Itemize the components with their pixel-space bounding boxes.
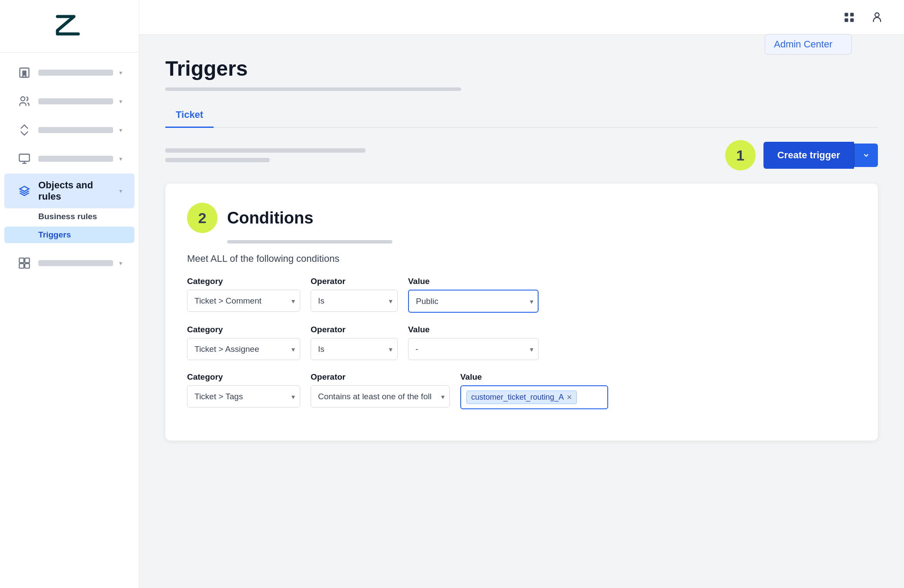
- tag-chip-close-button[interactable]: ✕: [566, 393, 572, 401]
- sidebar-label-bar: [38, 70, 113, 76]
- value-select-1[interactable]: Public: [408, 290, 539, 313]
- condition-group-category-2: Category Ticket > Assignee: [187, 325, 300, 360]
- category-select-wrapper-2: Ticket > Assignee: [187, 338, 300, 360]
- operator-select-wrapper-2: Is: [311, 338, 398, 360]
- svg-rect-3: [19, 258, 24, 263]
- logo-area: [0, 0, 139, 53]
- chevron-down-icon: ▾: [119, 69, 122, 76]
- tab-ticket[interactable]: Ticket: [165, 103, 214, 128]
- admin-center-link[interactable]: Admin Center: [774, 39, 833, 50]
- sidebar-nav: ▾ ▾ ▾ ▾: [0, 53, 139, 588]
- sidebar-item-label-objects-rules: Objects and rules: [38, 180, 110, 202]
- sidebar-item-people[interactable]: ▾: [4, 87, 134, 115]
- value-select-2[interactable]: -: [408, 338, 539, 360]
- toolbar-bar-2: [165, 158, 270, 162]
- routing-icon: [17, 122, 32, 138]
- category-label-3: Category: [187, 372, 300, 382]
- condition-group-operator-1: Operator Is: [311, 277, 398, 312]
- people-icon: [17, 94, 32, 109]
- sidebar-item-routing[interactable]: ▾: [4, 116, 134, 144]
- sidebar-item-triggers[interactable]: Triggers: [4, 227, 134, 243]
- category-select-3[interactable]: Ticket > Tags: [187, 385, 300, 408]
- category-select-2[interactable]: Ticket > Assignee: [187, 338, 300, 360]
- toolbar-right-area: 1 Create trigger: [725, 140, 878, 170]
- category-select-wrapper-1: Ticket > Comment: [187, 290, 300, 312]
- operator-select-2[interactable]: Is: [311, 338, 398, 360]
- tag-input-container[interactable]: customer_ticket_routing_A ✕: [460, 385, 608, 409]
- tag-chip-1: customer_ticket_routing_A ✕: [466, 391, 577, 404]
- condition-group-value-3: Value customer_ticket_routing_A ✕: [460, 372, 608, 409]
- condition-group-category-3: Category Ticket > Tags: [187, 372, 300, 408]
- meet-all-text: Meet ALL of the following conditions: [187, 253, 856, 264]
- category-label-1: Category: [187, 277, 300, 286]
- admin-center-dropdown: Admin Center: [765, 34, 852, 55]
- category-select-1[interactable]: Ticket > Comment: [187, 290, 300, 312]
- sidebar-item-building[interactable]: ▾: [4, 59, 134, 87]
- chevron-down-icon-3: ▾: [119, 127, 122, 134]
- condition-row-3: Category Ticket > Tags Operator Contains…: [187, 372, 856, 409]
- tabs: Ticket: [165, 103, 878, 128]
- topbar-icons: [840, 8, 887, 27]
- svg-rect-8: [850, 13, 854, 16]
- category-select-wrapper-3: Ticket > Tags: [187, 385, 300, 408]
- chevron-down-icon-6: ▾: [119, 260, 122, 267]
- zendesk-logo: [52, 12, 87, 38]
- value-label-1: Value: [408, 277, 539, 286]
- operator-label-3: Operator: [311, 372, 450, 382]
- step-badge-1: 1: [725, 140, 756, 170]
- chevron-down-icon-5: ▾: [119, 187, 122, 194]
- value-select-wrapper-2: -: [408, 338, 539, 360]
- sidebar: ▾ ▾ ▾ ▾: [0, 0, 139, 588]
- step-badge-2: 2: [187, 203, 218, 233]
- subnav-business-rules: Business rules Triggers: [0, 209, 139, 248]
- condition-group-category-1: Category Ticket > Comment: [187, 277, 300, 312]
- objects-rules-label-area: Objects and rules ▾: [38, 180, 122, 202]
- sidebar-label-bar-3: [38, 127, 113, 133]
- page-title: Triggers: [165, 57, 878, 80]
- toolbar-bar-1: [165, 148, 365, 153]
- building-icon: [17, 65, 32, 80]
- sidebar-item-apps[interactable]: ▾: [4, 249, 134, 277]
- apps-icon: [17, 255, 32, 271]
- svg-rect-5: [19, 264, 24, 268]
- sidebar-item-objects-and-rules[interactable]: Objects and rules ▾: [4, 174, 134, 208]
- condition-row-1: Category Ticket > Comment Operator Is: [187, 277, 856, 313]
- operator-select-3[interactable]: Contains at least one of the following: [311, 385, 450, 408]
- create-trigger-button[interactable]: Create trigger: [763, 142, 854, 169]
- svg-rect-4: [25, 258, 29, 263]
- chevron-down-icon-4: ▾: [119, 155, 122, 162]
- svg-rect-9: [845, 18, 848, 22]
- title-bar: [165, 87, 461, 91]
- sidebar-label-bar-5: [38, 260, 113, 266]
- toolbar: 1 Create trigger: [165, 140, 878, 170]
- subnav-group-label: Business rules: [4, 209, 134, 226]
- chevron-down-icon-2: ▾: [119, 98, 122, 105]
- section-bar: [227, 240, 392, 244]
- user-avatar-button[interactable]: [867, 8, 887, 27]
- main-content: Admin Center Triggers Ticket 1 Create tr…: [139, 0, 904, 588]
- create-trigger-chevron-button[interactable]: [854, 144, 878, 167]
- svg-point-1: [21, 97, 25, 101]
- svg-rect-2: [19, 154, 29, 161]
- tag-chip-text: customer_ticket_routing_A: [471, 393, 564, 402]
- operator-select-wrapper-1: Is: [311, 290, 398, 312]
- topbar: Admin Center: [139, 0, 904, 35]
- operator-label-2: Operator: [311, 325, 398, 334]
- workspaces-icon: [17, 151, 32, 167]
- sidebar-label-bar-2: [38, 98, 113, 104]
- conditions-title: Conditions: [227, 209, 313, 227]
- condition-group-operator-2: Operator Is: [311, 325, 398, 360]
- condition-row-2: Category Ticket > Assignee Operator Is: [187, 325, 856, 360]
- sidebar-item-workspaces[interactable]: ▾: [4, 145, 134, 173]
- create-trigger-group: Create trigger: [763, 142, 878, 169]
- operator-select-1[interactable]: Is: [311, 290, 398, 312]
- grid-icon-button[interactable]: [840, 8, 859, 27]
- operator-label-1: Operator: [311, 277, 398, 286]
- card-header: 2 Conditions: [187, 203, 856, 233]
- page-body: Triggers Ticket 1 Create trigger: [139, 35, 904, 588]
- value-label-3: Value: [460, 372, 608, 382]
- condition-group-value-1: Value Public: [408, 277, 539, 313]
- value-select-wrapper-1: Public: [408, 290, 539, 313]
- operator-select-wrapper-3: Contains at least one of the following: [311, 385, 450, 408]
- category-label-2: Category: [187, 325, 300, 334]
